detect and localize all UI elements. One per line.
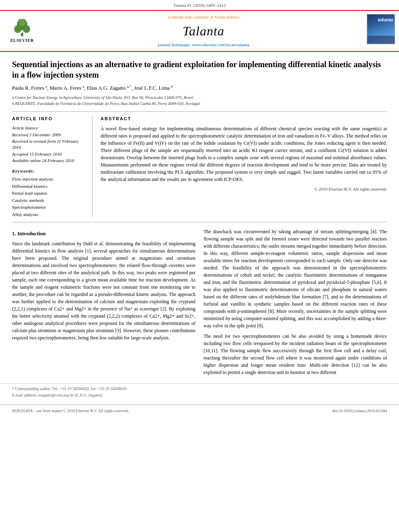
article-info-abstract: ARTICLE INFO Article history: Received 3… [12,111,387,223]
keyword-5: Spectrophotometry [12,204,86,211]
cover-title-text: talanta [378,16,393,23]
authors: Paula R. Fortes a, Mario A. Feres a, Eli… [12,84,387,92]
article-info-heading: ARTICLE INFO [12,116,86,122]
keyword-2: Differential kinetics [12,183,86,190]
elsevier-tree-icon [10,19,34,37]
abstract-text: A novel flow-based strategy for implemen… [101,125,387,183]
journal-info: Talanta 81 (2010) 1409–1412 [52,2,347,8]
history-label: Article history: [12,125,86,131]
page-footer: 0039-9140/$ – see front matter © 2010 El… [0,405,399,417]
keyword-1: Flow injection analysis [12,176,86,183]
journal-center: Contents lists available at ScienceDirec… [44,14,363,48]
keywords-section: Keywords: Flow injection analysis Differ… [12,168,86,218]
keywords-heading: Keywords: [12,168,86,174]
journal-homepage: journal homepage: www.elsevier.com/locat… [158,42,249,48]
available-date: Available online 24 February 2010 [12,158,86,164]
footnote-email: E-mail address: ezagatto@cena.usp.br (E.… [12,392,387,398]
article-title: Sequential injections as an alternative … [12,59,387,80]
article-info-column: ARTICLE INFO Article history: Received 3… [12,116,93,218]
science-direct-link: Contents lists available at ScienceDirec… [168,14,239,20]
elsevier-text: ELSEVIER [10,38,34,43]
svg-point-2 [14,25,21,33]
intro-paragraph-1: Since the landmark contribution by Dahl … [12,240,195,341]
keywords-list: Flow injection analysis Differential kin… [12,176,86,218]
affiliation-a: a Centre for Nuclear Energy in Agricultu… [12,94,387,101]
svg-point-4 [19,19,26,27]
affiliation-b: b REQUIMTE, Faculdade de Farmácia da Uni… [12,101,387,107]
body-column-left: 1. Introduction Since the landmark contr… [12,228,195,379]
introduction-heading: 1. Introduction [12,230,195,238]
body-two-column: 1. Introduction Since the landmark contr… [12,228,387,379]
journal-cover-image: talanta [367,14,395,44]
intro-paragraph-3: The need for two spectrophotometers can … [204,333,387,376]
journal-title: Talanta [183,22,224,40]
article-content: Sequential injections as an alternative … [0,52,399,384]
page-header: Talanta 81 (2010) 1409–1412 [0,0,399,11]
top-banner: ELSEVIER Contents lists available at Sci… [0,11,399,52]
keyword-6: Alloy analyses [12,211,86,218]
accepted-date: Accepted 15 February 2010 [12,151,86,157]
keyword-4: Catalytic methods [12,197,86,204]
footer-notes: * Corresponding author. Tel.: +55 19 342… [0,383,399,398]
copyright-line: © 2010 Elsevier B.V. All rights reserved… [101,186,387,192]
intro-paragraph-2: The drawback was circumvented by taking … [204,228,387,329]
received-revised-date: Received in revised form 11 February 201… [12,138,86,151]
footer-doi: doi:10.1016/j.talanta.2010.02.044 [333,408,387,414]
abstract-column: ABSTRACT A novel flow-based strategy for… [101,116,387,218]
elsevier-logo: ELSEVIER [4,14,40,48]
affiliations: a Centre for Nuclear Energy in Agricultu… [12,94,387,107]
svg-point-3 [23,25,30,33]
body-column-right: The drawback was circumvented by taking … [204,228,387,379]
svg-rect-0 [21,33,23,36]
abstract-heading: ABSTRACT [101,116,387,122]
footnote-star: * Corresponding author. Tel.: +55 19 342… [12,386,387,392]
footer-issn: 0039-9140/$ – see front matter © 2010 El… [12,408,129,414]
received-date: Received 3 December 2009 [12,132,86,138]
article-history: Article history: Received 3 December 200… [12,125,86,164]
keyword-3: Partial least squares [12,190,86,197]
